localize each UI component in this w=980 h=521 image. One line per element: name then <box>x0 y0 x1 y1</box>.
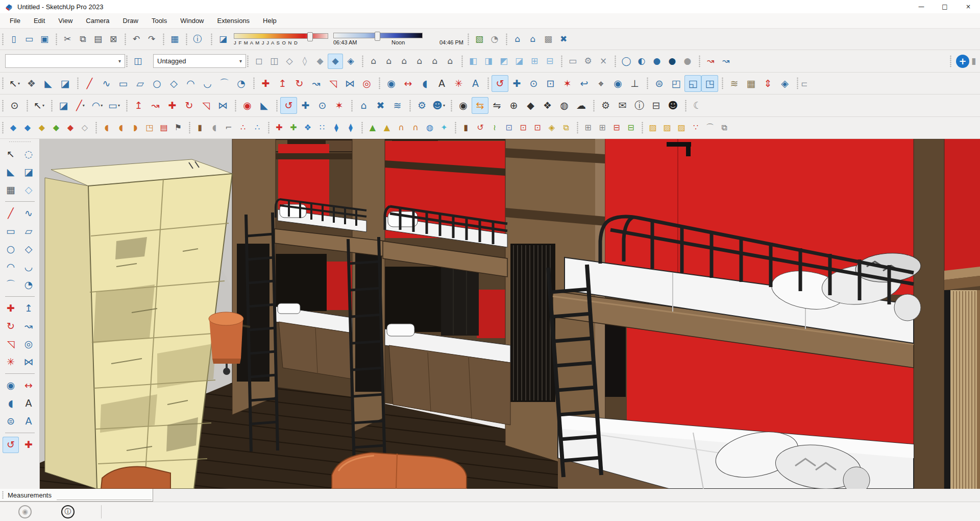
3d-warehouse-icon[interactable]: ⌂ <box>510 32 525 47</box>
sample-components-icon[interactable]: ▩ <box>541 32 556 47</box>
scale-2-icon[interactable]: ◹ <box>198 97 214 114</box>
three-point-arc-icon[interactable]: ⌒ <box>216 75 233 92</box>
gears-icon[interactable]: ⚙ <box>597 97 614 114</box>
open-file-icon[interactable]: ▭ <box>21 32 37 47</box>
line-icon[interactable]: ╱ <box>81 75 98 92</box>
position-camera-icon[interactable]: ⌖ <box>593 75 609 92</box>
zoom-window-icon[interactable]: ⊡ <box>542 75 559 92</box>
hatch-2-icon[interactable]: ▨ <box>660 120 674 135</box>
pie-curve-icon[interactable]: ☾ <box>689 97 706 114</box>
follow-me-icon[interactable]: ↝ <box>20 318 37 335</box>
water-drop-icon[interactable]: ⧫ <box>329 120 344 135</box>
flip-2-icon[interactable]: ⋈ <box>214 97 231 114</box>
redo-icon[interactable]: ↷ <box>144 32 159 47</box>
tape-measure-2-icon[interactable]: ◉ <box>239 97 256 114</box>
from-scratch-icon[interactable]: ▦ <box>743 75 760 92</box>
undo-icon[interactable]: ↶ <box>129 32 144 47</box>
look-around-icon[interactable]: ◉ <box>609 75 626 92</box>
tape-measure-icon[interactable]: ◉ <box>383 75 400 92</box>
flag-icon[interactable]: ⚑ <box>171 120 185 135</box>
freehand-icon[interactable]: ∿ <box>20 205 37 222</box>
move-icon[interactable]: ✚ <box>257 75 274 92</box>
drawing-scale-icon[interactable]: ◫ <box>130 54 145 69</box>
grid-diamond-icon[interactable]: ◇ <box>78 120 92 135</box>
dimensions-icon[interactable]: ↔ <box>400 75 416 92</box>
move-icon[interactable]: ✚ <box>3 300 19 317</box>
arc-icon[interactable]: ◠ <box>182 75 199 92</box>
protractor-icon[interactable]: ◖ <box>3 395 19 412</box>
paint-bucket-icon[interactable]: ◣ <box>3 164 19 180</box>
yellow-sail-icon[interactable]: ▲ <box>380 120 394 135</box>
x-points-icon[interactable]: ∵ <box>689 120 703 135</box>
display-fills-icon[interactable]: ◳ <box>701 75 718 92</box>
circle-icon[interactable]: ○ <box>3 241 19 257</box>
extension-x-icon[interactable]: ✖ <box>372 97 389 114</box>
droplet-outline-icon[interactable]: ◯ <box>619 54 634 69</box>
su-blue-icon[interactable]: ◆ <box>20 120 35 135</box>
view-left-icon[interactable]: ⌂ <box>427 54 443 69</box>
shield-check-icon[interactable]: ◆ <box>522 97 539 114</box>
section-plane-icon[interactable]: ⊜ <box>651 75 668 92</box>
zoom-tool-icon[interactable]: ⊙ <box>6 97 23 114</box>
delete-icon[interactable]: ⊠ <box>106 32 121 47</box>
paint-bucket-2-icon[interactable]: ◣ <box>256 97 273 114</box>
striped-box-icon[interactable]: ▤ <box>157 120 171 135</box>
bend-brush-icon[interactable]: ◖ <box>114 120 128 135</box>
rect-flyout-flyout-caret[interactable]: ▾ <box>118 103 120 108</box>
lasso-icon[interactable]: ◌ <box>20 146 37 162</box>
view-back-icon[interactable]: ⌂ <box>443 54 458 69</box>
smoove-icon[interactable]: ⇕ <box>760 75 776 92</box>
follow-me-2-icon[interactable]: ↝ <box>147 97 164 114</box>
menu-extensions[interactable]: Extensions <box>211 17 257 25</box>
menu-edit[interactable]: Edit <box>27 17 52 25</box>
polygon-icon[interactable]: ◇ <box>20 241 37 257</box>
red-spiral-icon[interactable]: ↺ <box>473 120 487 135</box>
extension-warehouse-icon[interactable]: ✖ <box>556 32 571 47</box>
su-red-icon[interactable]: ◆ <box>63 120 78 135</box>
paste-icon[interactable]: ▤ <box>90 32 106 47</box>
shadows-toggle-icon[interactable]: ◪ <box>215 32 231 47</box>
select-icon[interactable]: ↖ <box>3 146 19 162</box>
walk-icon[interactable]: ⊥ <box>626 75 643 92</box>
cut-icon[interactable]: ✂ <box>60 32 75 47</box>
su-green-icon[interactable]: ◆ <box>49 120 63 135</box>
arc-flyout-icon[interactable]: ◠▾ <box>89 97 106 114</box>
style-monochrome-icon[interactable]: ◈ <box>343 54 358 69</box>
box-rotate-2-icon[interactable]: ⊡ <box>516 120 530 135</box>
bracket-icon[interactable]: ⌐ <box>222 120 236 135</box>
blue-quad-icon[interactable]: ❖ <box>301 120 315 135</box>
rectangle-icon[interactable]: ▭ <box>115 75 132 92</box>
display-sections-icon[interactable]: ◰ <box>668 75 684 92</box>
style-shaded-icon[interactable]: ◆ <box>312 54 328 69</box>
shadow-time-thumb[interactable] <box>375 32 380 41</box>
menu-draw[interactable]: Draw <box>116 17 145 25</box>
select-2-flyout-caret[interactable]: ▾ <box>42 103 44 108</box>
minimize-button[interactable]: — <box>910 0 933 13</box>
droplet-gray-icon[interactable]: ● <box>680 54 695 69</box>
menu-file[interactable]: File <box>3 17 27 25</box>
style-hidden-line-icon[interactable]: ◊ <box>297 54 312 69</box>
box-pair-small-icon[interactable]: ⧉ <box>717 120 731 135</box>
polygon-icon[interactable]: ◇ <box>165 75 182 92</box>
3d-text-icon[interactable]: A <box>467 75 484 92</box>
menu-view[interactable]: View <box>52 17 79 25</box>
toggle-terrain-icon[interactable]: ◔ <box>487 32 502 47</box>
tag-icon[interactable]: ◇ <box>20 182 37 198</box>
offset-icon[interactable]: ◎ <box>358 75 375 92</box>
orange-hook-icon[interactable]: ∩ <box>394 120 408 135</box>
close-button[interactable]: × <box>957 0 980 13</box>
two-point-arc-icon[interactable]: ◡ <box>199 75 216 92</box>
rotate-2-icon[interactable]: ↻ <box>181 97 198 114</box>
menu-camera[interactable]: Camera <box>79 17 116 25</box>
red-cross-icon[interactable]: ✚ <box>272 120 286 135</box>
paint-bucket-icon[interactable]: ◣ <box>40 75 57 92</box>
rotated-rectangle-icon[interactable]: ▱ <box>132 75 149 92</box>
add-model-icon[interactable]: + <box>956 55 969 68</box>
twin-boxes-icon[interactable]: ⧉ <box>559 120 573 135</box>
rotated-rectangle-icon[interactable]: ▱ <box>20 223 37 240</box>
components-icon[interactable]: ▦ <box>3 182 19 198</box>
3d-text-icon[interactable]: A <box>20 413 37 430</box>
cube-green-lid-icon[interactable]: ⊟ <box>624 120 638 135</box>
arc-flyout-flyout-caret[interactable]: ▾ <box>101 103 103 108</box>
circle-icon[interactable]: ○ <box>149 75 165 92</box>
